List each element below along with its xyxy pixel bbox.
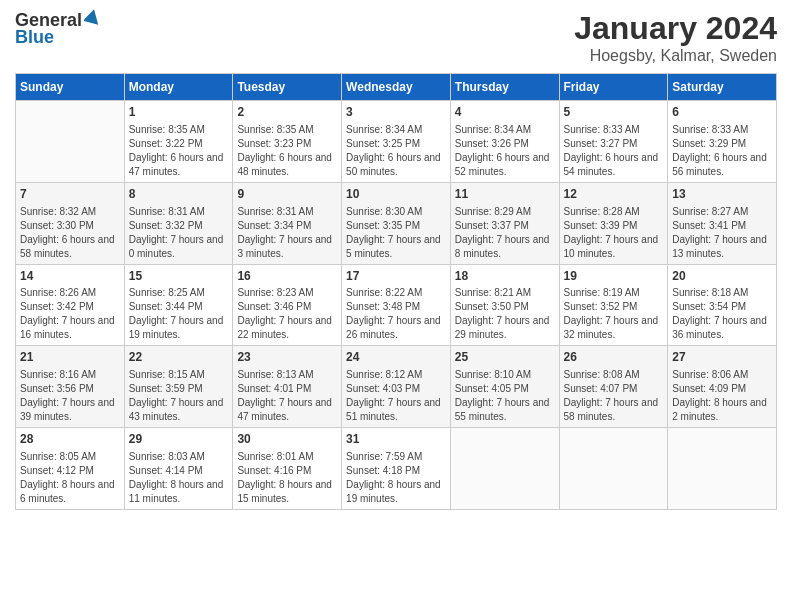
cell-info: Sunrise: 8:32 AMSunset: 3:30 PMDaylight:… <box>20 205 120 261</box>
table-row: 29Sunrise: 8:03 AMSunset: 4:14 PMDayligh… <box>124 428 233 510</box>
sunset-text: Sunset: 4:03 PM <box>346 382 446 396</box>
cell-info: Sunrise: 8:34 AMSunset: 3:26 PMDaylight:… <box>455 123 555 179</box>
sunset-text: Sunset: 3:41 PM <box>672 219 772 233</box>
table-row: 6Sunrise: 8:33 AMSunset: 3:29 PMDaylight… <box>668 101 777 183</box>
cell-info: Sunrise: 8:19 AMSunset: 3:52 PMDaylight:… <box>564 286 664 342</box>
sunrise-text: Sunrise: 8:06 AM <box>672 368 772 382</box>
sunrise-text: Sunrise: 8:13 AM <box>237 368 337 382</box>
day-number: 7 <box>20 186 120 203</box>
sunset-text: Sunset: 4:14 PM <box>129 464 229 478</box>
table-row: 14Sunrise: 8:26 AMSunset: 3:42 PMDayligh… <box>16 264 125 346</box>
sunrise-text: Sunrise: 8:21 AM <box>455 286 555 300</box>
day-number: 23 <box>237 349 337 366</box>
table-row: 31Sunrise: 7:59 AMSunset: 4:18 PMDayligh… <box>342 428 451 510</box>
table-row: 25Sunrise: 8:10 AMSunset: 4:05 PMDayligh… <box>450 346 559 428</box>
sunrise-text: Sunrise: 8:35 AM <box>129 123 229 137</box>
col-saturday: Saturday <box>668 74 777 101</box>
daylight-text: Daylight: 6 hours and 52 minutes. <box>455 151 555 179</box>
table-row: 21Sunrise: 8:16 AMSunset: 3:56 PMDayligh… <box>16 346 125 428</box>
cell-info: Sunrise: 8:33 AMSunset: 3:27 PMDaylight:… <box>564 123 664 179</box>
calendar-week-row: 1Sunrise: 8:35 AMSunset: 3:22 PMDaylight… <box>16 101 777 183</box>
cell-info: Sunrise: 8:06 AMSunset: 4:09 PMDaylight:… <box>672 368 772 424</box>
cell-info: Sunrise: 8:31 AMSunset: 3:32 PMDaylight:… <box>129 205 229 261</box>
table-row <box>16 101 125 183</box>
sunset-text: Sunset: 4:07 PM <box>564 382 664 396</box>
table-row: 19Sunrise: 8:19 AMSunset: 3:52 PMDayligh… <box>559 264 668 346</box>
day-number: 31 <box>346 431 446 448</box>
sunrise-text: Sunrise: 8:22 AM <box>346 286 446 300</box>
svg-marker-0 <box>84 9 100 25</box>
daylight-text: Daylight: 6 hours and 48 minutes. <box>237 151 337 179</box>
table-row <box>668 428 777 510</box>
daylight-text: Daylight: 7 hours and 3 minutes. <box>237 233 337 261</box>
sunset-text: Sunset: 3:54 PM <box>672 300 772 314</box>
col-friday: Friday <box>559 74 668 101</box>
col-wednesday: Wednesday <box>342 74 451 101</box>
sunrise-text: Sunrise: 8:01 AM <box>237 450 337 464</box>
day-number: 6 <box>672 104 772 121</box>
sunset-text: Sunset: 3:59 PM <box>129 382 229 396</box>
daylight-text: Daylight: 7 hours and 29 minutes. <box>455 314 555 342</box>
table-row: 17Sunrise: 8:22 AMSunset: 3:48 PMDayligh… <box>342 264 451 346</box>
cell-info: Sunrise: 8:23 AMSunset: 3:46 PMDaylight:… <box>237 286 337 342</box>
cell-info: Sunrise: 8:35 AMSunset: 3:23 PMDaylight:… <box>237 123 337 179</box>
table-row: 22Sunrise: 8:15 AMSunset: 3:59 PMDayligh… <box>124 346 233 428</box>
day-number: 12 <box>564 186 664 203</box>
day-number: 24 <box>346 349 446 366</box>
daylight-text: Daylight: 8 hours and 2 minutes. <box>672 396 772 424</box>
cell-info: Sunrise: 8:30 AMSunset: 3:35 PMDaylight:… <box>346 205 446 261</box>
calendar-header-row: Sunday Monday Tuesday Wednesday Thursday… <box>16 74 777 101</box>
day-number: 28 <box>20 431 120 448</box>
sunrise-text: Sunrise: 8:03 AM <box>129 450 229 464</box>
day-number: 13 <box>672 186 772 203</box>
table-row: 1Sunrise: 8:35 AMSunset: 3:22 PMDaylight… <box>124 101 233 183</box>
cell-info: Sunrise: 8:18 AMSunset: 3:54 PMDaylight:… <box>672 286 772 342</box>
sunrise-text: Sunrise: 8:35 AM <box>237 123 337 137</box>
sunrise-text: Sunrise: 8:30 AM <box>346 205 446 219</box>
cell-info: Sunrise: 8:33 AMSunset: 3:29 PMDaylight:… <box>672 123 772 179</box>
table-row: 4Sunrise: 8:34 AMSunset: 3:26 PMDaylight… <box>450 101 559 183</box>
sunrise-text: Sunrise: 8:23 AM <box>237 286 337 300</box>
day-number: 4 <box>455 104 555 121</box>
sunrise-text: Sunrise: 8:31 AM <box>129 205 229 219</box>
daylight-text: Daylight: 6 hours and 54 minutes. <box>564 151 664 179</box>
day-number: 17 <box>346 268 446 285</box>
table-row: 23Sunrise: 8:13 AMSunset: 4:01 PMDayligh… <box>233 346 342 428</box>
sunset-text: Sunset: 3:52 PM <box>564 300 664 314</box>
sunrise-text: Sunrise: 8:34 AM <box>455 123 555 137</box>
sunset-text: Sunset: 3:56 PM <box>20 382 120 396</box>
table-row: 18Sunrise: 8:21 AMSunset: 3:50 PMDayligh… <box>450 264 559 346</box>
sunset-text: Sunset: 3:32 PM <box>129 219 229 233</box>
daylight-text: Daylight: 7 hours and 13 minutes. <box>672 233 772 261</box>
daylight-text: Daylight: 8 hours and 6 minutes. <box>20 478 120 506</box>
table-row: 3Sunrise: 8:34 AMSunset: 3:25 PMDaylight… <box>342 101 451 183</box>
sunset-text: Sunset: 3:27 PM <box>564 137 664 151</box>
table-row: 8Sunrise: 8:31 AMSunset: 3:32 PMDaylight… <box>124 182 233 264</box>
logo-blue-text: Blue <box>15 27 54 48</box>
sunset-text: Sunset: 3:29 PM <box>672 137 772 151</box>
sunrise-text: Sunrise: 8:10 AM <box>455 368 555 382</box>
col-thursday: Thursday <box>450 74 559 101</box>
daylight-text: Daylight: 6 hours and 50 minutes. <box>346 151 446 179</box>
day-number: 14 <box>20 268 120 285</box>
sunrise-text: Sunrise: 8:19 AM <box>564 286 664 300</box>
table-row: 2Sunrise: 8:35 AMSunset: 3:23 PMDaylight… <box>233 101 342 183</box>
sunset-text: Sunset: 3:39 PM <box>564 219 664 233</box>
calendar-week-row: 28Sunrise: 8:05 AMSunset: 4:12 PMDayligh… <box>16 428 777 510</box>
sunrise-text: Sunrise: 8:31 AM <box>237 205 337 219</box>
sunrise-text: Sunrise: 8:15 AM <box>129 368 229 382</box>
table-row: 5Sunrise: 8:33 AMSunset: 3:27 PMDaylight… <box>559 101 668 183</box>
daylight-text: Daylight: 8 hours and 11 minutes. <box>129 478 229 506</box>
daylight-text: Daylight: 7 hours and 19 minutes. <box>129 314 229 342</box>
sunset-text: Sunset: 4:09 PM <box>672 382 772 396</box>
sunrise-text: Sunrise: 8:05 AM <box>20 450 120 464</box>
day-number: 19 <box>564 268 664 285</box>
sunset-text: Sunset: 3:42 PM <box>20 300 120 314</box>
sunrise-text: Sunrise: 7:59 AM <box>346 450 446 464</box>
cell-info: Sunrise: 8:21 AMSunset: 3:50 PMDaylight:… <box>455 286 555 342</box>
cell-info: Sunrise: 8:16 AMSunset: 3:56 PMDaylight:… <box>20 368 120 424</box>
cell-info: Sunrise: 8:25 AMSunset: 3:44 PMDaylight:… <box>129 286 229 342</box>
day-number: 21 <box>20 349 120 366</box>
table-row: 9Sunrise: 8:31 AMSunset: 3:34 PMDaylight… <box>233 182 342 264</box>
table-row: 28Sunrise: 8:05 AMSunset: 4:12 PMDayligh… <box>16 428 125 510</box>
